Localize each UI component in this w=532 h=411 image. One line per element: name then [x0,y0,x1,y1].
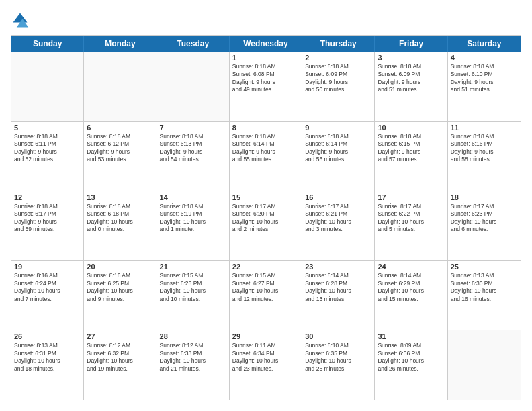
day-info: Sunrise: 8:18 AM Sunset: 6:18 PM Dayligh… [87,203,153,234]
day-info: Sunrise: 8:18 AM Sunset: 6:12 PM Dayligh… [87,133,153,164]
day-number: 17 [378,193,444,201]
svg-marker-0 [13,13,28,23]
calendar-cell [11,52,84,121]
day-number: 14 [160,193,226,201]
header-day-tuesday: Tuesday [157,36,230,52]
day-info: Sunrise: 8:18 AM Sunset: 6:13 PM Dayligh… [160,133,226,164]
day-number: 7 [160,124,226,132]
logo-icon [11,11,30,30]
day-number: 10 [378,124,444,132]
day-info: Sunrise: 8:15 AM Sunset: 6:26 PM Dayligh… [160,272,226,303]
page: SundayMondayTuesdayWednesdayThursdayFrid… [0,0,532,411]
day-number: 4 [451,54,518,62]
day-number: 18 [451,193,518,201]
calendar-cell: 10Sunrise: 8:18 AM Sunset: 6:15 PM Dayli… [375,122,447,191]
day-number: 6 [87,124,153,132]
day-number: 30 [305,332,371,340]
day-number: 12 [14,193,81,201]
day-number: 29 [232,332,299,340]
day-number: 22 [232,263,299,271]
day-number: 24 [378,263,444,271]
calendar-cell: 24Sunrise: 8:14 AM Sunset: 6:29 PM Dayli… [375,261,447,330]
calendar-cell: 21Sunrise: 8:15 AM Sunset: 6:26 PM Dayli… [157,261,230,330]
calendar-cell: 31Sunrise: 8:09 AM Sunset: 6:36 PM Dayli… [375,330,447,400]
day-info: Sunrise: 8:13 AM Sunset: 6:31 PM Dayligh… [14,342,81,373]
day-info: Sunrise: 8:09 AM Sunset: 6:36 PM Dayligh… [378,342,444,373]
day-info: Sunrise: 8:11 AM Sunset: 6:34 PM Dayligh… [232,342,299,373]
header-day-wednesday: Wednesday [230,36,302,52]
day-number: 8 [232,124,299,132]
day-number: 26 [14,332,81,340]
day-info: Sunrise: 8:17 AM Sunset: 6:22 PM Dayligh… [378,203,444,234]
day-number: 28 [160,332,226,340]
day-info: Sunrise: 8:16 AM Sunset: 6:24 PM Dayligh… [14,272,81,303]
day-number: 9 [305,124,371,132]
day-number: 21 [160,263,226,271]
calendar-cell: 5Sunrise: 8:18 AM Sunset: 6:11 PM Daylig… [11,122,84,191]
day-number: 11 [451,124,518,132]
day-info: Sunrise: 8:18 AM Sunset: 6:17 PM Dayligh… [14,203,81,234]
day-info: Sunrise: 8:18 AM Sunset: 6:15 PM Dayligh… [378,133,444,164]
calendar-cell: 8Sunrise: 8:18 AM Sunset: 6:14 PM Daylig… [230,122,302,191]
day-info: Sunrise: 8:18 AM Sunset: 6:14 PM Dayligh… [232,133,299,164]
day-number: 27 [87,332,153,340]
day-info: Sunrise: 8:18 AM Sunset: 6:09 PM Dayligh… [378,63,444,94]
day-info: Sunrise: 8:10 AM Sunset: 6:35 PM Dayligh… [305,342,371,373]
day-info: Sunrise: 8:18 AM Sunset: 6:08 PM Dayligh… [232,63,299,94]
calendar-cell: 7Sunrise: 8:18 AM Sunset: 6:13 PM Daylig… [157,122,230,191]
calendar-cell: 11Sunrise: 8:18 AM Sunset: 6:16 PM Dayli… [448,122,521,191]
header-day-monday: Monday [84,36,157,52]
day-info: Sunrise: 8:18 AM Sunset: 6:10 PM Dayligh… [451,63,518,94]
calendar-cell: 9Sunrise: 8:18 AM Sunset: 6:14 PM Daylig… [302,122,375,191]
day-number: 2 [305,54,371,62]
day-info: Sunrise: 8:18 AM Sunset: 6:19 PM Dayligh… [160,203,226,234]
day-number: 19 [14,263,81,271]
calendar-row-2: 12Sunrise: 8:18 AM Sunset: 6:17 PM Dayli… [11,191,521,261]
calendar-row-0: 1Sunrise: 8:18 AM Sunset: 6:08 PM Daylig… [11,52,521,122]
calendar-cell: 3Sunrise: 8:18 AM Sunset: 6:09 PM Daylig… [375,52,447,121]
day-number: 5 [14,124,81,132]
calendar-cell: 23Sunrise: 8:14 AM Sunset: 6:28 PM Dayli… [302,261,375,330]
day-number: 13 [87,193,153,201]
day-number: 25 [451,263,518,271]
day-info: Sunrise: 8:16 AM Sunset: 6:25 PM Dayligh… [87,272,153,303]
day-info: Sunrise: 8:14 AM Sunset: 6:29 PM Dayligh… [378,272,444,303]
day-info: Sunrise: 8:17 AM Sunset: 6:20 PM Dayligh… [232,203,299,234]
calendar-cell: 2Sunrise: 8:18 AM Sunset: 6:09 PM Daylig… [302,52,375,121]
calendar-cell: 4Sunrise: 8:18 AM Sunset: 6:10 PM Daylig… [448,52,521,121]
calendar-cell: 19Sunrise: 8:16 AM Sunset: 6:24 PM Dayli… [11,261,84,330]
calendar-row-3: 19Sunrise: 8:16 AM Sunset: 6:24 PM Dayli… [11,261,521,330]
calendar-header: SundayMondayTuesdayWednesdayThursdayFrid… [11,36,521,52]
calendar-cell: 14Sunrise: 8:18 AM Sunset: 6:19 PM Dayli… [157,191,230,261]
day-info: Sunrise: 8:18 AM Sunset: 6:16 PM Dayligh… [451,133,518,164]
calendar-row-4: 26Sunrise: 8:13 AM Sunset: 6:31 PM Dayli… [11,330,521,400]
day-number: 16 [305,193,371,201]
header-day-sunday: Sunday [11,36,84,52]
day-info: Sunrise: 8:17 AM Sunset: 6:21 PM Dayligh… [305,203,371,234]
calendar-cell: 29Sunrise: 8:11 AM Sunset: 6:34 PM Dayli… [230,330,302,400]
calendar-cell: 18Sunrise: 8:17 AM Sunset: 6:23 PM Dayli… [448,191,521,261]
calendar-cell: 22Sunrise: 8:15 AM Sunset: 6:27 PM Dayli… [230,261,302,330]
calendar-cell: 28Sunrise: 8:12 AM Sunset: 6:33 PM Dayli… [157,330,230,400]
day-number: 3 [378,54,444,62]
calendar-cell: 26Sunrise: 8:13 AM Sunset: 6:31 PM Dayli… [11,330,84,400]
day-number: 15 [232,193,299,201]
day-info: Sunrise: 8:12 AM Sunset: 6:33 PM Dayligh… [160,342,226,373]
calendar-cell [448,330,521,400]
day-number: 20 [87,263,153,271]
header-day-saturday: Saturday [448,36,521,52]
calendar-cell: 25Sunrise: 8:13 AM Sunset: 6:30 PM Dayli… [448,261,521,330]
day-info: Sunrise: 8:13 AM Sunset: 6:30 PM Dayligh… [451,272,518,303]
calendar-cell: 12Sunrise: 8:18 AM Sunset: 6:17 PM Dayli… [11,191,84,261]
day-info: Sunrise: 8:14 AM Sunset: 6:28 PM Dayligh… [305,272,371,303]
calendar-cell: 16Sunrise: 8:17 AM Sunset: 6:21 PM Dayli… [302,191,375,261]
calendar-row-1: 5Sunrise: 8:18 AM Sunset: 6:11 PM Daylig… [11,122,521,191]
calendar-cell [84,52,157,121]
header-day-thursday: Thursday [302,36,375,52]
day-info: Sunrise: 8:12 AM Sunset: 6:32 PM Dayligh… [87,342,153,373]
day-info: Sunrise: 8:18 AM Sunset: 6:09 PM Dayligh… [305,63,371,94]
day-info: Sunrise: 8:17 AM Sunset: 6:23 PM Dayligh… [451,203,518,234]
calendar-cell [157,52,230,121]
calendar-cell: 20Sunrise: 8:16 AM Sunset: 6:25 PM Dayli… [84,261,157,330]
calendar-cell: 30Sunrise: 8:10 AM Sunset: 6:35 PM Dayli… [302,330,375,400]
